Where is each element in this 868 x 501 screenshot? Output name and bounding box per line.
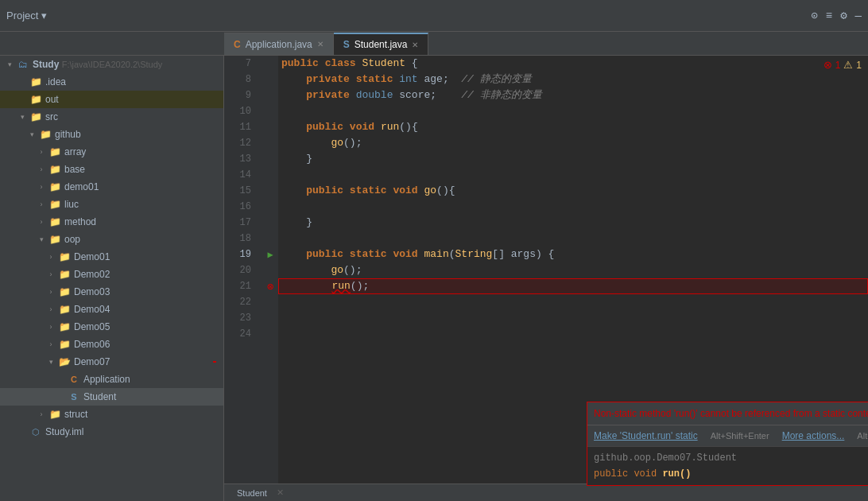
line-11: 11 [224,119,256,135]
tab-student[interactable]: S Student.java ✕ [334,33,429,55]
line-20: 20 [224,262,256,278]
gutter-12 [262,135,278,151]
code-content[interactable]: public class Student { private static in… [278,56,868,501]
student-tab-icon: S [343,39,350,50]
code-line-10 [278,103,868,119]
gutter: ▶ ⊗ [262,56,278,501]
tree-Demo05[interactable]: › 📁 Demo05 [0,318,223,336]
out-label: out [45,94,223,105]
tree-Demo03[interactable]: › 📁 Demo03 [0,283,223,301]
action2-hint: Alt+Enter Alt+Shift+J Ctrl+Shift+... [857,428,868,444]
tree-Demo04[interactable]: › 📁 Demo04 [0,301,223,318]
gutter-7 [262,56,278,72]
error-message-text: Non-static method 'run()' cannot be refe… [594,408,868,419]
error-popup-preview: github.oop.Demo07.Student public void ru… [587,446,868,485]
editor-area: ⊗ 1 ⚠ 1 7 8 9 10 11 12 13 14 15 16 17 18… [224,56,868,501]
student-tab-close[interactable]: ✕ [412,41,418,49]
collapse-icon[interactable]: ≡ [826,10,832,22]
tree-liuc[interactable]: › 📁 liuc [0,196,223,213]
application-file-label: Application [83,374,223,385]
idea-folder-icon: 📁 [29,76,43,87]
error-popup-header: Non-static method 'run()' cannot be refe… [587,402,868,425]
main-layout: ▾ 🗂 Study F:\java\IDEA2020.2\Study 📁 .id… [0,56,868,501]
method-folder-icon: 📁 [48,216,62,227]
liuc-label: liuc [64,199,223,210]
bottom-student-tab[interactable]: Student [231,488,273,498]
struct-label: struct [64,409,223,420]
error-popup-actions: Make 'Student.run' static Alt+Shift+Ente… [587,425,868,446]
gutter-13 [262,151,278,167]
tree-root[interactable]: ▾ 🗂 Study F:\java\IDEA2020.2\Study [0,56,223,73]
root-arrow: ▾ [3,60,16,68]
gutter-19[interactable]: ▶ [262,247,278,262]
tree-base[interactable]: › 📁 base [0,161,223,178]
tree-Demo06[interactable]: › 📁 Demo06 [0,336,223,353]
tree-student-file[interactable]: S Student [0,388,223,406]
array-folder-icon: 📁 [48,146,62,157]
application-tab-icon: C [234,39,241,50]
tree-src[interactable]: ▾ 📁 src [0,108,223,126]
tree-idea[interactable]: 📁 .idea [0,73,223,91]
base-label: base [64,164,223,175]
line-19: 19 [224,247,256,262]
make-static-action[interactable]: Make 'Student.run' static [594,428,698,444]
tree-Demo02[interactable]: › 📁 Demo02 [0,266,223,283]
tree-array[interactable]: › 📁 array [0,143,223,161]
tab-bar: C Application.java ✕ S Student.java ✕ [0,32,868,56]
gutter-21[interactable]: ⊗ [262,278,278,294]
locate-icon[interactable]: ⊙ [811,9,817,22]
tree-github[interactable]: ▾ 📁 github [0,126,223,143]
oop-arrow: ▾ [35,235,48,243]
out-folder-icon: 📁 [29,94,43,105]
gutter-22 [262,294,278,310]
tree-method[interactable]: › 📁 method [0,213,223,231]
code-container[interactable]: 7 8 9 10 11 12 13 14 15 16 17 18 19 20 2… [224,56,868,501]
tree-study-iml[interactable]: ⬡ Study.iml [0,423,223,441]
demo01-arrow: › [35,183,48,191]
tab-application[interactable]: C Application.java ✕ [224,33,334,55]
error-dot-21[interactable]: ⊗ [267,280,273,293]
error-marker [213,361,216,363]
Demo03-label: Demo03 [74,286,223,297]
gear-icon[interactable]: ⚙ [840,9,847,22]
liuc-folder-icon: 📁 [48,199,62,210]
study-iml-label: Study.iml [45,426,223,437]
code-line-12: go(); [278,135,868,151]
bottom-close[interactable]: ✕ [277,487,284,498]
tree-Demo01[interactable]: › 📁 Demo01 [0,248,223,266]
line-7: 7 [224,56,256,72]
student-file-label: Student [83,391,223,402]
code-line-24 [278,326,868,342]
base-folder-icon: 📁 [48,164,62,175]
tree-out[interactable]: 📁 out [0,91,223,108]
project-dropdown[interactable]: Project ▾ [6,10,47,21]
tree-application-file[interactable]: C Application [0,371,223,388]
code-line-8: private static int age; // 静态的变量 [278,72,868,87]
preview-package: github.oop.Demo07.Student [594,450,868,466]
run-arrow-19[interactable]: ▶ [267,249,273,261]
tree-struct[interactable]: › 📁 struct [0,406,223,423]
line-numbers: 7 8 9 10 11 12 13 14 15 16 17 18 19 20 2… [224,56,262,501]
tree-Demo07[interactable]: ▾ 📂 Demo07 [0,353,223,371]
top-icons: ⊙ ≡ ⚙ — [811,9,862,22]
code-line-14 [278,167,868,183]
sidebar: ▾ 🗂 Study F:\java\IDEA2020.2\Study 📁 .id… [0,56,224,501]
line-12: 12 [224,135,256,151]
tree-oop[interactable]: ▾ 📁 oop [0,231,223,248]
src-folder-icon: 📁 [29,111,43,122]
application-tab-close[interactable]: ✕ [317,40,324,49]
more-actions-link[interactable]: More actions... [782,428,845,444]
iml-icon: ⬡ [29,427,43,437]
gutter-24 [262,326,278,342]
line-10: 10 [224,103,256,119]
array-arrow: › [35,148,48,156]
oop-label: oop [64,234,223,245]
line-18: 18 [224,231,256,247]
root-label: Study F:\java\IDEA2020.2\Study [33,59,223,70]
line-13: 13 [224,151,256,167]
tree-demo01[interactable]: › 📁 demo01 [0,178,223,196]
code-line-20: go(); [278,262,868,278]
gutter-18 [262,231,278,247]
preview-signature: public void run() [594,466,868,482]
minimize-icon[interactable]: — [855,10,862,22]
